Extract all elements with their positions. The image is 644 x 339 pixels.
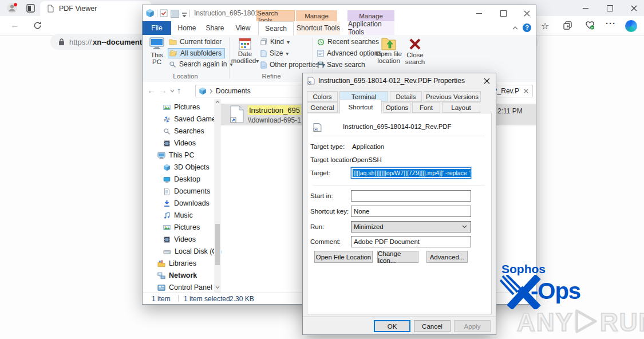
scrollbar-thumb[interactable] bbox=[215, 224, 220, 265]
tab-home[interactable]: Home bbox=[174, 21, 200, 35]
sidebar-item-pictures-user[interactable]: Pictures bbox=[163, 101, 200, 113]
advanced-options-icon bbox=[317, 50, 324, 57]
dialog-close-button[interactable] bbox=[479, 75, 494, 86]
shortcut-key-input[interactable]: None bbox=[351, 206, 471, 217]
tab-view[interactable]: View bbox=[230, 21, 256, 35]
profile-avatar[interactable] bbox=[7, 3, 17, 13]
explorer-maximize-button[interactable] bbox=[495, 7, 512, 19]
search-again-button[interactable]: Search again in ▾ bbox=[169, 60, 232, 68]
dialog-tab-layout[interactable]: Layout bbox=[442, 102, 480, 113]
current-folder-button[interactable]: Current folder bbox=[169, 38, 222, 46]
other-properties-button[interactable]: Other properties ▾ bbox=[260, 61, 325, 69]
downloads-icon bbox=[163, 200, 171, 207]
sidebar-item-local-disk-c[interactable]: Local Disk (C:) bbox=[163, 246, 222, 257]
kind-button[interactable]: Kind ▾ bbox=[260, 38, 290, 46]
target-input[interactable]: ]]]]aq.sh]]]]]]]op/W7]][7Z9]]]].mp4]]' -… bbox=[351, 167, 471, 179]
tab-file[interactable]: File bbox=[143, 21, 171, 35]
sidebar-item-network[interactable]: Network bbox=[157, 270, 197, 281]
dialog-tab-options[interactable]: Options bbox=[384, 102, 410, 113]
open-file-location-dialog-button[interactable]: Open File Location bbox=[314, 251, 373, 263]
ok-button[interactable]: OK bbox=[374, 320, 410, 332]
target-location-value: OpenSSH bbox=[352, 156, 382, 163]
sidebar-item-searches[interactable]: Searches bbox=[163, 125, 204, 137]
all-subfolders-button[interactable]: All subfolders bbox=[168, 48, 225, 58]
size-button[interactable]: Size ▾ bbox=[260, 49, 289, 57]
dialog-tab-general[interactable]: General bbox=[307, 102, 338, 113]
sidebar-item-pictures[interactable]: Pictures bbox=[163, 222, 200, 233]
dialog-divider-2 bbox=[313, 186, 485, 186]
start-in-input[interactable] bbox=[351, 190, 471, 202]
subfolders-icon bbox=[169, 50, 177, 57]
dialog-tab-previous-versions[interactable]: Previous Versions bbox=[424, 91, 481, 102]
nav-up-icon[interactable]: ↑ bbox=[177, 85, 181, 95]
help-icon[interactable]: ? bbox=[523, 23, 531, 32]
file-name-highlighted[interactable]: Instruction_695 bbox=[248, 105, 301, 115]
dialog-tab-font[interactable]: Font bbox=[412, 102, 440, 113]
browser-minimize-button[interactable] bbox=[577, 2, 594, 14]
sidebar-item-videos[interactable]: Videos bbox=[163, 234, 196, 245]
file-modified-time: 2:11 PM bbox=[497, 107, 523, 115]
scroll-up-icon[interactable] bbox=[215, 100, 220, 104]
3d-objects-icon bbox=[163, 164, 171, 171]
copilot-icon[interactable] bbox=[625, 20, 637, 32]
dropdown-arrow-icon: ▾ bbox=[286, 50, 289, 57]
page-icon bbox=[47, 5, 54, 13]
browser-restore-button[interactable] bbox=[601, 2, 618, 14]
sidebar-item-this-pc[interactable]: This PC bbox=[157, 149, 194, 161]
open-file-location-button[interactable]: Open file location bbox=[375, 37, 402, 64]
sidebar-item-libraries[interactable]: Libraries bbox=[157, 258, 196, 269]
more-menu-icon[interactable]: ··· bbox=[606, 18, 616, 28]
this-pc-button[interactable]: This PC bbox=[146, 37, 168, 65]
collections-icon[interactable] bbox=[563, 21, 572, 30]
sidebar-item-saved-games[interactable]: Saved Games bbox=[163, 113, 219, 125]
refine-group-label: Refine bbox=[248, 73, 294, 80]
qat-customize-icon[interactable] bbox=[181, 10, 187, 21]
comment-input[interactable]: Adobe PDF Document bbox=[351, 236, 471, 247]
tab-actions-icon[interactable] bbox=[26, 4, 35, 13]
favorites-star-icon[interactable]: ☆ bbox=[541, 21, 549, 31]
back-icon[interactable]: ← bbox=[10, 20, 19, 30]
nav-forward-icon[interactable]: → bbox=[159, 85, 167, 95]
sidebar-item-music[interactable]: Music bbox=[163, 210, 193, 221]
collapse-ribbon-icon[interactable] bbox=[512, 26, 518, 30]
nav-recent-dropdown-icon[interactable] bbox=[170, 89, 175, 93]
dialog-footer-divider bbox=[303, 316, 496, 317]
qat-new-folder-icon[interactable] bbox=[171, 10, 179, 18]
contextual-header-manage-shortcut[interactable]: Manage bbox=[296, 10, 337, 21]
cancel-button[interactable]: Cancel bbox=[414, 320, 451, 332]
contextual-header-search-tools[interactable]: Search Tools bbox=[256, 10, 295, 22]
dialog-tab-shortcut[interactable]: Shortcut bbox=[339, 100, 382, 113]
scroll-down-icon[interactable] bbox=[215, 286, 220, 289]
qat-properties-icon[interactable] bbox=[160, 9, 168, 17]
tab-application-tools[interactable]: Application Tools bbox=[348, 21, 394, 35]
browser-close-button[interactable] bbox=[625, 2, 642, 14]
sidebar-item-desktop[interactable]: Desktop bbox=[163, 174, 200, 185]
advanced-button[interactable]: Advanced... bbox=[426, 251, 468, 263]
change-icon-button[interactable]: Change Icon... bbox=[377, 251, 418, 263]
nav-back-icon[interactable]: ← bbox=[147, 85, 156, 95]
explorer-minimize-button[interactable] bbox=[471, 7, 488, 19]
browser-tab-pdf-viewer[interactable]: PDF Viewer bbox=[40, 1, 152, 16]
explorer-close-button[interactable] bbox=[518, 7, 535, 19]
sidebar-item-control-panel[interactable]: Control Panel bbox=[157, 282, 212, 293]
dialog-tab-colors[interactable]: Colors bbox=[307, 91, 338, 102]
run-dropdown[interactable]: Minimized bbox=[351, 221, 471, 232]
tab-search[interactable]: Search bbox=[258, 21, 294, 36]
sidebar-item-3d-objects[interactable]: 3D Objects bbox=[163, 161, 210, 173]
sidebar-item-videos-user[interactable]: Videos bbox=[163, 137, 196, 149]
tab-shortcut-tools[interactable]: Shortcut Tools bbox=[297, 21, 340, 35]
close-search-button[interactable]: Close search bbox=[404, 37, 426, 65]
sidebar-item-documents[interactable]: Documents bbox=[163, 186, 210, 197]
apply-button[interactable]: Apply bbox=[454, 320, 491, 332]
dialog-tab-details[interactable]: Details bbox=[390, 91, 422, 102]
date-modified-button[interactable]: Date modified▾ bbox=[232, 37, 258, 65]
clear-search-icon[interactable] bbox=[524, 89, 528, 93]
save-search-button[interactable]: Save search bbox=[317, 61, 365, 69]
tab-share[interactable]: Share bbox=[202, 21, 228, 35]
pictures-icon bbox=[163, 224, 171, 231]
calendar-icon bbox=[238, 37, 252, 50]
refresh-icon[interactable] bbox=[33, 21, 42, 30]
size-icon bbox=[260, 50, 267, 57]
browser-essentials-icon[interactable] bbox=[585, 21, 595, 30]
sidebar-item-downloads[interactable]: Downloads bbox=[163, 198, 210, 209]
